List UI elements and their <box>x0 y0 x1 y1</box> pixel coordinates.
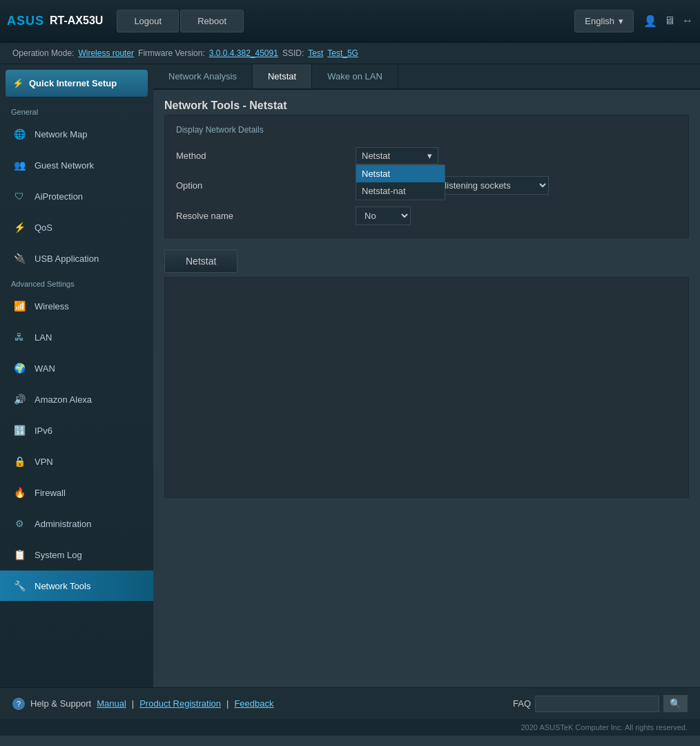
sidebar-item-wan[interactable]: 🌍 WAN <box>0 353 153 384</box>
help-support-label: Help & Support <box>30 698 91 709</box>
sidebar-item-amazon-alexa[interactable]: 🔊 Amazon Alexa <box>0 384 153 415</box>
sidebar-item-label: VPN <box>35 457 53 467</box>
ssid-2g[interactable]: Test <box>308 48 323 58</box>
resolve-control: No Yes <box>356 207 677 225</box>
method-option-netstat[interactable]: Netstat <box>356 165 445 182</box>
sidebar-item-guest-network[interactable]: 👥 Guest Network <box>0 150 153 181</box>
faq-area: FAQ 🔍 <box>513 695 688 712</box>
manual-link[interactable]: Manual <box>97 698 126 709</box>
guest-network-icon: 👥 <box>11 157 28 173</box>
logo-model: RT-AX53U <box>50 15 103 27</box>
sidebar-item-label: AiProtection <box>35 191 83 202</box>
tab-network-analysis[interactable]: Network Analysis <box>153 64 253 88</box>
system-log-icon: 📋 <box>11 546 28 563</box>
sidebar-item-label: USB Application <box>35 254 99 264</box>
netstat-button[interactable]: Netstat <box>164 249 237 273</box>
language-label: English <box>585 16 614 26</box>
monitor-icon[interactable]: 🖥 <box>664 15 675 27</box>
footer: ? Help & Support Manual | Product Regist… <box>0 687 700 719</box>
reboot-button[interactable]: Reboot <box>180 10 244 32</box>
vpn-icon: 🔒 <box>11 453 28 470</box>
wan-icon: 🌍 <box>11 360 28 376</box>
chevron-down-icon: ▾ <box>619 16 623 26</box>
logout-button[interactable]: Logout <box>117 10 179 32</box>
resolve-label: Resolve name <box>176 211 356 221</box>
copyright: 2020 ASUSTeK Computer Inc. All rights re… <box>0 719 700 736</box>
sidebar-item-aiprotection[interactable]: 🛡 AiProtection <box>0 181 153 212</box>
sidebar-item-lan[interactable]: 🖧 LAN <box>0 322 153 353</box>
sidebar-item-firewall[interactable]: 🔥 Firewall <box>0 477 153 508</box>
info-bar: Operation Mode: Wireless router Firmware… <box>0 43 700 64</box>
sidebar-item-label: Firewall <box>35 488 66 498</box>
faq-search-button[interactable]: 🔍 <box>663 695 688 712</box>
feedback-link[interactable]: Feedback <box>234 698 273 709</box>
output-area <box>164 277 689 498</box>
network-map-icon: 🌐 <box>11 126 28 142</box>
sidebar-item-administration[interactable]: ⚙ Administration <box>0 508 153 539</box>
sidebar-item-usb-application[interactable]: 🔌 USB Application <box>0 243 153 274</box>
product-registration-link[interactable]: Product Registration <box>139 698 221 709</box>
sidebar-item-qos[interactable]: ⚡ QoS <box>0 212 153 243</box>
tabs-bar: Network Analysis Netstat Wake on LAN <box>153 64 700 90</box>
method-dropdown-list: Netstat Netstat-nat <box>356 164 445 200</box>
sidebar-item-label: Administration <box>35 519 91 529</box>
tab-label: Netstat <box>268 71 296 82</box>
sidebar-item-system-log[interactable]: 📋 System Log <box>0 539 153 571</box>
form-section-label: Display Network Details <box>176 122 677 142</box>
ssid-5g[interactable]: Test_5G <box>327 48 358 58</box>
ssid-label: SSID: <box>282 48 304 58</box>
sidebar-item-label: WAN <box>35 363 55 374</box>
method-label: Method <box>176 151 356 161</box>
resolve-row: Resolve name No Yes <box>176 201 677 231</box>
sidebar-item-wireless[interactable]: 📶 Wireless <box>0 291 153 322</box>
quick-setup-button[interactable]: ⚡ Quick Internet Setup <box>6 70 148 97</box>
operation-mode-label: Operation Mode: <box>12 48 74 58</box>
tab-label: Network Analysis <box>168 71 237 82</box>
sidebar-item-label: LAN <box>35 332 52 343</box>
operation-mode-value[interactable]: Wireless router <box>78 48 134 58</box>
sidebar-item-network-tools[interactable]: 🔧 Network Tools <box>0 571 153 602</box>
sidebar-item-network-map[interactable]: 🌐 Network Map <box>0 119 153 150</box>
method-row: Method Netstat ▾ Netstat Netstat-nat <box>176 142 677 171</box>
form-area: Display Network Details Method Netstat ▾… <box>164 115 689 238</box>
method-select[interactable]: Netstat ▾ <box>356 147 438 164</box>
tab-netstat[interactable]: Netstat <box>253 64 312 88</box>
method-option-netstat-nat[interactable]: Netstat-nat <box>356 182 445 200</box>
sidebar: ⚡ Quick Internet Setup General 🌐 Network… <box>0 64 153 687</box>
method-dropdown-container[interactable]: Netstat ▾ Netstat Netstat-nat <box>356 147 438 164</box>
tab-wake-on-lan[interactable]: Wake on LAN <box>312 64 398 88</box>
resolve-select[interactable]: No Yes <box>356 207 411 225</box>
ipv6-icon: 🔢 <box>11 422 28 439</box>
top-nav: Logout Reboot <box>117 10 574 32</box>
qos-icon: ⚡ <box>11 219 28 236</box>
separator-2: | <box>226 698 229 709</box>
wifi-icon[interactable]: ↔ <box>682 15 693 27</box>
help-icon: ? <box>12 698 25 710</box>
user-icon[interactable]: 👤 <box>643 15 657 28</box>
page-title: Network Tools - Netstat <box>164 99 689 112</box>
top-icons: 👤 🖥 ↔ <box>643 15 693 28</box>
tab-label: Wake on LAN <box>327 71 382 82</box>
sidebar-item-ipv6[interactable]: 🔢 IPv6 <box>0 415 153 446</box>
sidebar-item-label: System Log <box>35 550 82 560</box>
main-layout: ⚡ Quick Internet Setup General 🌐 Network… <box>0 64 700 687</box>
firewall-icon: 🔥 <box>11 484 28 501</box>
advanced-section-label: Advanced Settings <box>0 274 153 291</box>
sidebar-item-vpn[interactable]: 🔒 VPN <box>0 446 153 477</box>
alexa-icon: 🔊 <box>11 391 28 408</box>
faq-label: FAQ <box>513 698 531 709</box>
faq-search-input[interactable] <box>535 696 659 712</box>
logo-asus: ASUS <box>7 14 44 28</box>
option-label: Option <box>176 180 356 191</box>
sidebar-item-label: Network Map <box>35 129 88 140</box>
separator-1: | <box>132 698 134 709</box>
content-area: Network Analysis Netstat Wake on LAN Net… <box>153 64 700 687</box>
sidebar-item-label: QoS <box>35 222 52 233</box>
language-button[interactable]: English ▾ <box>574 10 634 32</box>
network-tools-icon: 🔧 <box>11 577 28 594</box>
chevron-icon: ▾ <box>427 151 432 161</box>
firmware-value[interactable]: 3.0.0.4.382_45091 <box>209 48 278 58</box>
administration-icon: ⚙ <box>11 515 28 532</box>
sidebar-item-label: Network Tools <box>35 581 90 591</box>
usb-icon: 🔌 <box>11 250 28 267</box>
